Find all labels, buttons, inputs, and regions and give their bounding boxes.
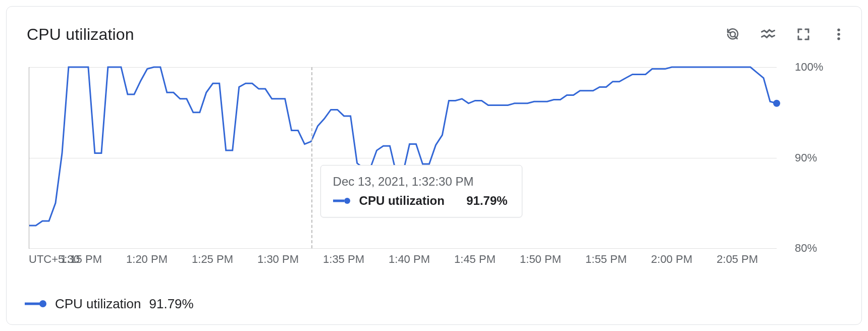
y-tick-label: 100% [787, 61, 847, 74]
series-endpoint-dot [773, 100, 780, 107]
fullscreen-button[interactable] [795, 26, 812, 43]
tooltip: Dec 13, 2021, 1:32:30 PMCPU utilization9… [320, 165, 522, 217]
svg-point-6 [344, 198, 350, 204]
svg-point-8 [39, 300, 46, 307]
more-icon [831, 27, 846, 42]
series-swatch-icon [333, 197, 350, 204]
x-tick-label: 1:25 PM [192, 253, 233, 266]
chart-header: CPU utilization [7, 7, 861, 53]
series-line [29, 67, 777, 248]
chart-actions [724, 26, 847, 43]
x-tick-label: 1:55 PM [585, 253, 627, 266]
svg-point-3 [837, 33, 840, 36]
svg-point-2 [837, 29, 840, 32]
chart-title: CPU utilization [27, 25, 134, 44]
x-tick-label: 1:15 PM [61, 253, 102, 266]
legend-series-label: CPU utilization [55, 296, 141, 312]
x-tick-label: 1:20 PM [126, 253, 168, 266]
reset-zoom-button[interactable] [724, 26, 741, 43]
chart-area[interactable]: 100%90%80%Dec 13, 2021, 1:32:30 PMCPU ut… [29, 67, 847, 269]
x-axis: UTC+5:301:15 PM1:20 PM1:25 PM1:30 PM1:35… [29, 249, 777, 269]
legend-series-value: 91.79% [149, 296, 194, 312]
svg-point-4 [837, 37, 840, 40]
reset-zoom-icon [725, 27, 740, 42]
x-tick-label: 1:30 PM [257, 253, 299, 266]
chart-card: CPU utilization [6, 6, 862, 325]
plot-region[interactable]: 100%90%80%Dec 13, 2021, 1:32:30 PMCPU ut… [29, 67, 777, 249]
x-tick-label: 2:05 PM [717, 253, 758, 266]
y-tick-label: 80% [787, 242, 847, 255]
fullscreen-icon [796, 27, 811, 42]
legend-toggle-icon [761, 27, 776, 42]
x-tick-label: 1:50 PM [520, 253, 561, 266]
y-tick-label: 90% [787, 151, 847, 164]
legend: CPU utilization 91.79% [25, 292, 841, 315]
x-tick-label: 1:35 PM [323, 253, 364, 266]
series-swatch-icon [25, 300, 47, 308]
tooltip-series-value: 91.79% [466, 194, 507, 208]
x-tick-label: 2:00 PM [651, 253, 692, 266]
x-tick-label: 1:40 PM [389, 253, 430, 266]
more-button[interactable] [830, 26, 847, 43]
legend-toggle-button[interactable] [760, 26, 777, 43]
tooltip-series-label: CPU utilization [359, 194, 445, 208]
x-tick-label: 1:45 PM [454, 253, 496, 266]
tooltip-timestamp: Dec 13, 2021, 1:32:30 PM [333, 175, 508, 189]
hover-guideline [311, 67, 312, 248]
